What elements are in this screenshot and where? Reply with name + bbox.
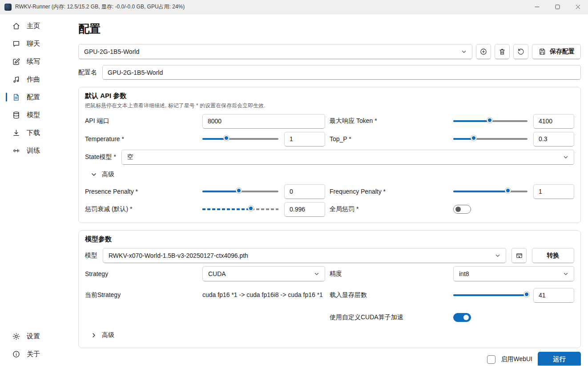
sidebar-item-label: 作曲 xyxy=(27,75,40,84)
sidebar-top: 主页 聊天 续写 作曲 配置 模型 xyxy=(0,17,71,159)
max-tokens-slider[interactable] xyxy=(453,117,528,126)
minimize-icon xyxy=(535,4,540,9)
temperature-input[interactable] xyxy=(284,132,325,146)
maximize-button[interactable] xyxy=(547,0,568,14)
advanced-label: 高级 xyxy=(102,331,114,339)
config-icon xyxy=(12,93,20,102)
save-config-button[interactable]: 保存配置 xyxy=(532,44,581,59)
sidebar-item-settings[interactable]: 设置 xyxy=(0,327,71,345)
top-p-slider[interactable] xyxy=(453,134,528,143)
music-icon xyxy=(12,75,20,84)
sidebar-item-train[interactable]: 训练 xyxy=(0,142,71,159)
precision-select[interactable]: int8 xyxy=(453,266,574,281)
api-port-input[interactable] xyxy=(202,114,325,129)
top-p-label: Top_P * xyxy=(330,135,449,142)
add-config-button[interactable] xyxy=(476,44,491,59)
sidebar-item-composition[interactable]: 作曲 xyxy=(0,70,71,88)
config-name-input[interactable] xyxy=(102,65,581,80)
config-name-label: 配置名 xyxy=(78,69,97,77)
chevron-down-icon xyxy=(91,171,97,178)
config-name-row: 配置名 xyxy=(78,65,581,80)
sidebar-item-label: 下载 xyxy=(27,129,40,137)
sidebar-item-label: 设置 xyxy=(27,332,40,341)
model-params-card: 模型参数 模型 RWKV-x070-World-1.5B-v3-20250127… xyxy=(78,230,581,348)
sidebar-item-models[interactable]: 模型 xyxy=(0,106,71,124)
strategy-select[interactable]: CUDA xyxy=(202,266,325,281)
gpu-layers-slider[interactable] xyxy=(453,291,528,300)
frequency-penalty-slider[interactable] xyxy=(453,187,528,196)
gpu-layers-label: 载入显存层数 xyxy=(330,291,449,299)
sidebar-item-configs[interactable]: 配置 xyxy=(0,88,71,106)
max-tokens-input[interactable] xyxy=(533,114,574,129)
minimize-button[interactable] xyxy=(527,0,547,14)
webui-checkbox[interactable] xyxy=(487,355,495,364)
slider-thumb[interactable] xyxy=(224,135,229,141)
run-bar: 启用WebUI 运行 xyxy=(78,348,581,366)
state-model-value: 空 xyxy=(127,153,133,161)
max-tokens-label: 最大响应 Token * xyxy=(330,117,449,125)
sidebar-item-label: 主页 xyxy=(27,22,40,30)
model-card-title: 模型参数 xyxy=(85,235,574,244)
save-config-label: 保存配置 xyxy=(550,48,575,56)
window-title: RWKV-Runner (内存: 12.5/15.2 GB, 显存: -0.0/… xyxy=(15,3,185,11)
strategy-label: Strategy xyxy=(85,270,198,277)
model-advanced-expander[interactable]: 高级 xyxy=(85,327,574,343)
convert-button[interactable]: 转换 xyxy=(532,248,574,263)
api-advanced-expander[interactable]: 高级 xyxy=(85,167,574,183)
sidebar-item-label: 续写 xyxy=(27,57,40,66)
model-row: 模型 RWKV-x070-World-1.5B-v3-20250127-ctx4… xyxy=(85,246,574,265)
reset-config-button[interactable] xyxy=(513,44,528,59)
custom-cuda-label: 使用自定义CUDA算子加速 xyxy=(330,313,449,321)
state-model-select[interactable]: 空 xyxy=(121,150,574,165)
sidebar-item-completion[interactable]: 续写 xyxy=(0,53,71,70)
sidebar-item-home[interactable]: 主页 xyxy=(0,17,71,35)
api-row-3: Presence Penalty * Frequency Penalty * xyxy=(85,183,574,200)
api-port-label: API 端口 xyxy=(85,117,198,125)
slider-thumb[interactable] xyxy=(236,188,242,193)
gpu-layers-input[interactable] xyxy=(533,288,574,303)
sidebar-item-about[interactable]: 关于 xyxy=(0,345,71,363)
chevron-down-icon xyxy=(495,253,500,258)
toggle-knob xyxy=(463,315,469,320)
presence-penalty-input[interactable] xyxy=(284,184,325,199)
titlebar: RWKV-Runner (内存: 12.5/15.2 GB, 显存: -0.0/… xyxy=(0,0,588,14)
slider-thumb[interactable] xyxy=(471,135,476,141)
slider-fill xyxy=(202,191,240,192)
slider-thumb[interactable] xyxy=(248,206,254,211)
penalty-decay-input[interactable] xyxy=(284,202,325,217)
delete-config-button[interactable] xyxy=(495,44,510,59)
global-penalty-toggle[interactable] xyxy=(453,205,471,214)
slider-thumb[interactable] xyxy=(487,118,492,123)
frequency-penalty-label: Frequency Penalty * xyxy=(330,188,449,195)
slider-fill xyxy=(202,208,252,210)
slider-thumb[interactable] xyxy=(524,292,529,297)
toggle-knob xyxy=(455,207,461,212)
run-button[interactable]: 运行 xyxy=(538,352,581,366)
home-icon xyxy=(12,21,20,30)
top-p-input[interactable] xyxy=(533,132,574,146)
temperature-slider[interactable] xyxy=(202,134,278,143)
close-button[interactable] xyxy=(568,0,588,14)
page-title: 配置 xyxy=(78,21,581,36)
sidebar-item-downloads[interactable]: 下载 xyxy=(0,124,71,142)
app-icon xyxy=(4,4,12,11)
presence-penalty-slider[interactable] xyxy=(202,187,278,196)
custom-cuda-toggle[interactable] xyxy=(453,313,471,322)
chevron-down-icon xyxy=(461,49,467,54)
model-select[interactable]: RWKV-x070-World-1.5B-v3-20250127-ctx4096… xyxy=(103,248,506,263)
temperature-label: Temperature * xyxy=(85,135,198,142)
slider-thumb[interactable] xyxy=(505,188,511,193)
sidebar-item-chat[interactable]: 聊天 xyxy=(0,35,71,53)
penalty-decay-slider[interactable] xyxy=(202,205,278,214)
info-icon xyxy=(12,350,20,358)
frequency-penalty-input[interactable] xyxy=(533,184,574,199)
current-strategy-label: 当前Strategy xyxy=(85,291,198,299)
settings-icon xyxy=(12,332,20,341)
main-content: 配置 GPU-2G-1B5-World 保存配置 配置名 xyxy=(71,14,588,366)
slider-track xyxy=(202,138,278,140)
manage-model-button[interactable] xyxy=(511,248,527,263)
sidebar-item-label: 配置 xyxy=(27,93,40,102)
slider-track xyxy=(453,191,528,192)
config-select[interactable]: GPU-2G-1B5-World xyxy=(78,44,472,59)
config-select-value: GPU-2G-1B5-World xyxy=(84,48,139,55)
